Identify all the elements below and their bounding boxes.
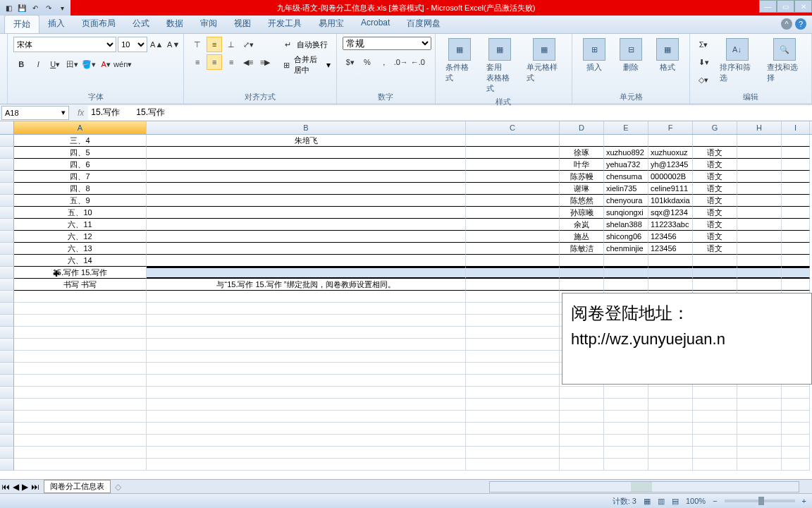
cell[interactable] [466,147,560,159]
cell[interactable] [737,183,782,195]
cell[interactable]: 15.写作 15.写作 [14,267,147,279]
indent-inc-icon[interactable]: ≡▶ [257,54,273,70]
cell[interactable]: shicong06 [604,231,648,243]
cell[interactable] [14,399,147,411]
ribbon-tab-3[interactable]: 公式 [124,15,158,33]
cell[interactable]: 六、11 [14,219,147,231]
cell[interactable] [147,399,466,411]
cell[interactable] [466,207,560,219]
indent-dec-icon[interactable]: ◀≡ [240,54,256,70]
cell[interactable] [782,399,810,411]
col-header-C[interactable]: C [466,121,560,134]
cell[interactable] [147,435,466,447]
cell[interactable] [782,183,810,195]
cell[interactable] [648,447,693,459]
cell[interactable]: 孙琼曦 [560,207,604,219]
cell[interactable]: 余岚 [560,219,604,231]
cell[interactable] [147,363,466,375]
fx-icon[interactable]: fx [78,108,84,118]
cell[interactable] [782,435,810,447]
col-header-E[interactable]: E [604,121,648,134]
cell[interactable] [737,447,782,459]
delete-button[interactable]: ⊟删除 [615,37,647,74]
cell[interactable] [782,459,810,471]
cell[interactable] [560,423,604,435]
cell[interactable] [782,171,810,183]
cell[interactable]: 语文 [693,183,737,195]
cell[interactable] [782,159,810,171]
cell[interactable] [782,423,810,435]
cell[interactable] [14,327,147,339]
cell[interactable] [147,447,466,459]
cell[interactable] [466,399,560,411]
cell[interactable] [737,411,782,423]
cell[interactable] [782,387,810,399]
cell[interactable]: 语文 [693,219,737,231]
col-header-A[interactable]: A [14,121,147,134]
cell[interactable] [147,339,466,351]
qat-dropdown-icon[interactable]: ▾ [56,2,68,13]
cell[interactable] [648,435,693,447]
cell[interactable] [560,447,604,459]
cell[interactable] [14,315,147,327]
cell[interactable]: 0000002B [648,171,693,183]
table-row[interactable]: 15.写作 15.写作 [0,267,812,279]
cell[interactable] [466,315,560,327]
cell[interactable] [648,399,693,411]
cell[interactable]: 三、4 [14,135,147,147]
table-row[interactable]: 四、5徐琢xuzhuo892xuzhuoxuz语文 [0,147,812,159]
zoom-out-button[interactable]: − [713,497,717,505]
cell[interactable] [466,255,560,267]
cell[interactable] [147,147,466,159]
ribbon-tab-10[interactable]: 百度网盘 [398,15,449,33]
cell[interactable]: xielin735 [604,183,648,195]
cell[interactable] [648,135,693,147]
cell[interactable] [604,279,648,291]
cell[interactable] [147,411,466,423]
col-header-D[interactable]: D [560,121,604,134]
col-header-B[interactable]: B [147,121,466,134]
cell[interactable]: 五、10 [14,207,147,219]
cell[interactable] [147,159,466,171]
cell[interactable] [560,255,604,267]
cell[interactable] [466,363,560,375]
cell[interactable] [466,459,560,471]
zoom-level[interactable]: 100% [686,497,706,505]
cell[interactable] [782,219,810,231]
cell[interactable]: 112233abc [648,219,693,231]
cell[interactable] [604,255,648,267]
cell[interactable] [737,195,782,207]
cell[interactable] [737,459,782,471]
conditional-format-button[interactable]: ▦条件格式 [441,37,478,85]
new-sheet-icon[interactable]: ◇ [115,482,121,492]
cell[interactable]: 123456 [648,243,693,255]
cell[interactable] [14,387,147,399]
cell[interactable] [648,267,693,279]
cell[interactable]: xuzhuo892 [604,147,648,159]
format-button[interactable]: ▦格式 [651,37,684,74]
find-select-button[interactable]: 🔍查找和选择 [763,37,806,85]
cell[interactable] [560,267,604,279]
cell[interactable]: 朱培飞 [147,135,466,147]
cell[interactable] [14,363,147,375]
cell[interactable] [14,411,147,423]
cell[interactable] [560,399,604,411]
save-icon[interactable]: 💾 [16,2,27,13]
horizontal-scrollbar[interactable] [489,481,799,492]
cell-style-button[interactable]: ▦单元格样式 [522,37,566,85]
number-format-select[interactable]: 常规 [343,37,431,50]
cell[interactable] [147,267,466,279]
view-layout-icon[interactable]: ▥ [658,497,665,506]
table-row[interactable] [0,387,812,399]
cell[interactable] [737,243,782,255]
view-normal-icon[interactable]: ▦ [644,497,651,506]
table-row[interactable] [0,459,812,471]
cell[interactable]: 语文 [693,231,737,243]
cell[interactable] [466,423,560,435]
cell[interactable] [466,435,560,447]
cell[interactable]: xuzhuoxuz [648,147,693,159]
cell[interactable] [147,387,466,399]
cell[interactable] [782,447,810,459]
cell[interactable] [466,279,560,291]
table-row[interactable] [0,423,812,435]
